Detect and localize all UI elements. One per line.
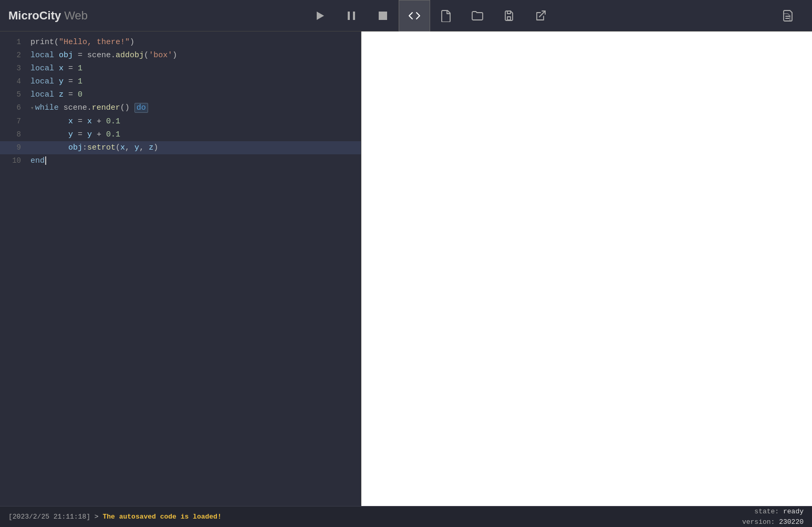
files-icon: [782, 9, 794, 22]
status-message: The autosaved code is loaded!: [102, 513, 221, 521]
statusbar: [2023/2/25 21:11:18] > The autosaved cod…: [0, 506, 812, 527]
table-row: 7 x = x + 0.1: [0, 115, 361, 128]
statusbar-version: state: ready version: 230220: [742, 507, 804, 527]
header: MicroCity Web: [0, 0, 812, 31]
preview-area: [361, 31, 812, 506]
cursor: [45, 156, 46, 165]
svg-marker-0: [317, 12, 324, 20]
new-file-icon: [440, 9, 452, 22]
svg-rect-4: [507, 17, 511, 20]
files-button[interactable]: [772, 0, 804, 31]
table-row: 4 local y = 1: [0, 75, 361, 88]
logo-web: Web: [64, 9, 88, 23]
stop-button[interactable]: [367, 0, 399, 31]
status-arrow: [90, 513, 95, 521]
table-row: 8 y = y + 0.1: [0, 128, 361, 141]
code-icon: [408, 9, 421, 22]
statusbar-message: [2023/2/25 21:11:18] > The autosaved cod…: [8, 513, 222, 521]
timestamp: [2023/2/25 21:11:18]: [8, 513, 90, 521]
export-button[interactable]: [525, 0, 556, 31]
table-row: 1 print("Hello, there!"): [0, 36, 361, 49]
folder-icon: [471, 9, 484, 22]
state-text: state: ready: [742, 507, 804, 517]
table-row: 2 local obj = scene.addobj('box'): [0, 49, 361, 62]
table-row: 10 end: [0, 154, 361, 167]
logo: MicroCity Web: [8, 9, 88, 23]
svg-rect-5: [507, 11, 511, 14]
new-file-button[interactable]: [430, 0, 462, 31]
main-area: 1 print("Hello, there!") 2 local obj = s…: [0, 31, 812, 506]
code-editor[interactable]: 1 print("Hello, there!") 2 local obj = s…: [0, 31, 361, 506]
code-editor-button[interactable]: [399, 0, 430, 31]
table-row: 3 local x = 1: [0, 62, 361, 75]
svg-line-6: [539, 11, 545, 17]
table-row: 5 local z = 0: [0, 88, 361, 101]
export-icon: [534, 9, 547, 22]
stop-icon: [377, 9, 389, 22]
table-row: 6 ▾while scene.render() do: [0, 101, 361, 115]
pause-button[interactable]: [336, 0, 367, 31]
svg-rect-1: [348, 12, 350, 20]
svg-rect-3: [379, 12, 387, 20]
table-row: 9 obj:setrot(x, y, z): [0, 141, 361, 154]
status-arrow-sym: >: [95, 513, 99, 521]
pause-icon: [345, 9, 358, 22]
logo-microcity: MicroCity: [8, 9, 61, 23]
play-icon: [314, 9, 326, 22]
save-icon: [503, 9, 515, 22]
svg-rect-2: [353, 12, 355, 20]
version-text: version: 230220: [742, 517, 804, 528]
save-button[interactable]: [493, 0, 525, 31]
code-lines: 1 print("Hello, there!") 2 local obj = s…: [0, 31, 361, 172]
open-file-button[interactable]: [462, 0, 493, 31]
run-button[interactable]: [304, 0, 336, 31]
